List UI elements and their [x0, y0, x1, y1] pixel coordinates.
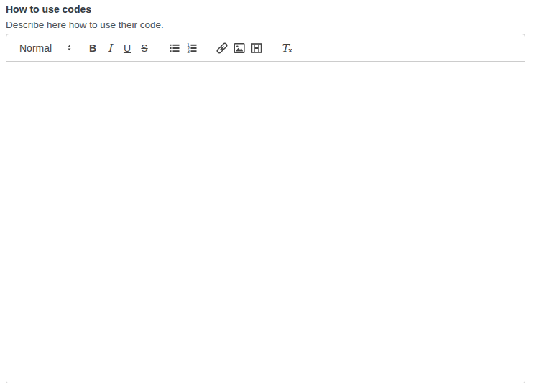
editor-toolbar: Normal B I U S	[6, 34, 525, 62]
svg-text:3: 3	[187, 49, 190, 55]
field-label: How to use codes	[6, 4, 536, 15]
inline-format-group: B I U S	[84, 39, 153, 57]
clean-format-button[interactable]: T x	[278, 39, 295, 57]
underline-icon: U	[124, 42, 131, 54]
strikethrough-icon: S	[141, 42, 147, 54]
strikethrough-button[interactable]: S	[136, 39, 153, 57]
underline-button[interactable]: U	[119, 39, 136, 57]
field-description: Describe here how to use their code.	[6, 19, 536, 30]
editor-content[interactable]	[6, 62, 525, 383]
link-button[interactable]	[213, 39, 231, 57]
rich-text-editor: Normal B I U S	[6, 34, 525, 383]
italic-icon: I	[108, 42, 112, 55]
bold-button[interactable]: B	[84, 39, 101, 57]
image-icon	[233, 42, 246, 55]
italic-button[interactable]: I	[101, 39, 119, 57]
format-picker-label: Normal	[19, 42, 52, 54]
image-button[interactable]	[231, 39, 248, 57]
list-bullet-icon	[168, 42, 181, 55]
format-picker[interactable]: Normal	[14, 39, 75, 57]
clean-group: T x	[278, 39, 295, 57]
bold-icon: B	[89, 42, 96, 54]
insert-group	[213, 39, 265, 57]
link-icon	[216, 42, 228, 55]
chevron-up-down-icon	[65, 43, 74, 52]
video-button[interactable]	[248, 39, 265, 57]
list-format-group: 1 2 3	[166, 39, 200, 57]
bullet-list-button[interactable]	[166, 39, 183, 57]
form-section: How to use codes Describe here how to us…	[0, 0, 536, 383]
video-icon	[250, 42, 263, 55]
list-ordered-icon: 1 2 3	[185, 42, 198, 55]
clean-format-icon: T x	[281, 43, 292, 53]
ordered-list-button[interactable]: 1 2 3	[183, 39, 200, 57]
